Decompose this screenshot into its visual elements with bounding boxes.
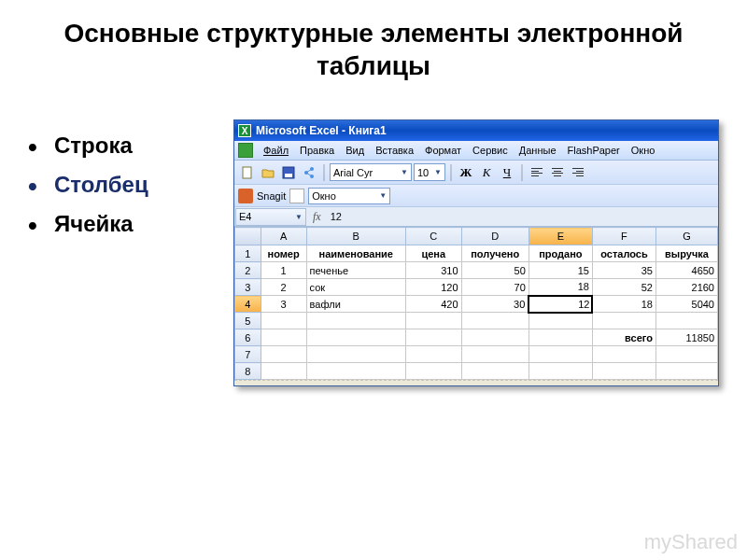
cell[interactable]: 15: [529, 262, 592, 279]
col-header-D[interactable]: D: [461, 228, 529, 245]
row-header-7[interactable]: 7: [235, 346, 261, 363]
open-icon[interactable]: [259, 163, 277, 182]
cell[interactable]: вафли: [306, 296, 405, 313]
align-left-button[interactable]: [528, 163, 546, 182]
cell[interactable]: [405, 363, 461, 380]
col-header-G[interactable]: G: [656, 228, 718, 245]
cell[interactable]: 310: [405, 262, 461, 279]
font-name-dropdown[interactable]: Arial Cyr▼: [330, 163, 412, 181]
select-all-corner[interactable]: [235, 228, 261, 245]
row-header-3[interactable]: 3: [235, 279, 261, 296]
cell[interactable]: 35: [592, 262, 655, 279]
cell[interactable]: 2: [261, 279, 306, 296]
menu-flashpaper[interactable]: FlashPaper: [563, 143, 625, 158]
spreadsheet-grid[interactable]: A B C D E F G 1 номер наименование цена …: [234, 227, 718, 380]
cell[interactable]: 120: [405, 279, 461, 296]
cell[interactable]: 1: [261, 262, 306, 279]
bold-button[interactable]: Ж: [457, 163, 475, 182]
cell[interactable]: [592, 346, 655, 363]
cell[interactable]: всего: [592, 329, 655, 346]
cell[interactable]: [405, 313, 461, 329]
cell[interactable]: выручка: [656, 245, 718, 262]
cell[interactable]: [461, 313, 529, 329]
cell[interactable]: 18: [529, 279, 592, 296]
cell[interactable]: [592, 313, 655, 329]
col-header-E[interactable]: E: [529, 228, 592, 245]
share-icon[interactable]: [300, 163, 318, 182]
cell[interactable]: 18: [592, 296, 655, 313]
menu-insert[interactable]: Вставка: [371, 143, 418, 158]
col-header-C[interactable]: C: [405, 228, 461, 245]
menu-data[interactable]: Данные: [514, 143, 561, 158]
row-header-1[interactable]: 1: [235, 245, 261, 262]
cell[interactable]: 2160: [656, 279, 718, 296]
cell[interactable]: продано: [529, 245, 592, 262]
cell[interactable]: сок: [306, 279, 405, 296]
new-icon[interactable]: [238, 163, 257, 182]
menu-tools[interactable]: Сервис: [468, 143, 513, 158]
cell[interactable]: [405, 346, 461, 363]
cell[interactable]: [261, 346, 306, 363]
cell[interactable]: 70: [461, 279, 529, 296]
cell[interactable]: [529, 363, 592, 380]
cell[interactable]: цена: [405, 245, 461, 262]
cell[interactable]: [592, 363, 655, 380]
cell[interactable]: 420: [405, 296, 461, 313]
cell[interactable]: [306, 329, 405, 346]
cell[interactable]: номер: [261, 245, 306, 262]
cell[interactable]: [461, 346, 529, 363]
font-size-dropdown[interactable]: 10▼: [414, 163, 445, 181]
cell[interactable]: [261, 313, 306, 329]
cell[interactable]: 5040: [656, 296, 718, 313]
italic-button[interactable]: К: [477, 163, 496, 182]
cell[interactable]: 30: [461, 296, 529, 313]
name-box[interactable]: E4▼: [235, 208, 306, 226]
cell[interactable]: печенье: [306, 262, 405, 279]
menu-edit[interactable]: Правка: [295, 143, 339, 158]
cell[interactable]: [656, 363, 718, 380]
row-header-2[interactable]: 2: [235, 262, 261, 279]
cell[interactable]: [529, 329, 592, 346]
align-center-button[interactable]: [548, 163, 567, 182]
menu-file[interactable]: Файл: [259, 143, 293, 158]
row-header-5[interactable]: 5: [235, 313, 261, 329]
cell[interactable]: 3: [261, 296, 306, 313]
col-header-F[interactable]: F: [592, 228, 655, 245]
cell[interactable]: 4650: [656, 262, 718, 279]
cell[interactable]: [261, 329, 306, 346]
cell[interactable]: наименование: [306, 245, 405, 262]
titlebar[interactable]: X Microsoft Excel - Книга1: [234, 120, 718, 141]
menu-format[interactable]: Формат: [420, 143, 466, 158]
col-header-A[interactable]: A: [261, 228, 306, 245]
col-header-B[interactable]: B: [306, 228, 405, 245]
row-header-6[interactable]: 6: [235, 329, 261, 346]
cell[interactable]: [461, 329, 529, 346]
cell[interactable]: 11850: [656, 329, 718, 346]
active-cell[interactable]: 12: [529, 296, 592, 313]
cell[interactable]: [656, 313, 718, 329]
underline-button[interactable]: Ч: [498, 163, 516, 182]
snagit-capture-icon[interactable]: [289, 189, 304, 203]
cell[interactable]: осталось: [592, 245, 655, 262]
cell[interactable]: [261, 363, 306, 380]
row-header-8[interactable]: 8: [235, 363, 261, 380]
cell[interactable]: [306, 313, 405, 329]
cell[interactable]: 52: [592, 279, 655, 296]
fx-icon[interactable]: fx: [307, 210, 327, 224]
cell[interactable]: [529, 346, 592, 363]
cell[interactable]: [529, 313, 592, 329]
cell[interactable]: [306, 346, 405, 363]
menu-window[interactable]: Окно: [627, 143, 660, 158]
align-right-button[interactable]: [569, 163, 587, 182]
cell[interactable]: 50: [461, 262, 529, 279]
cell[interactable]: [461, 363, 529, 380]
formula-value[interactable]: 12: [327, 211, 342, 222]
cell[interactable]: [306, 363, 405, 380]
cell[interactable]: [656, 346, 718, 363]
row-header-4[interactable]: 4: [235, 296, 261, 313]
snagit-window-dropdown[interactable]: Окно▼: [308, 188, 390, 204]
save-icon[interactable]: [279, 163, 298, 182]
cell[interactable]: получено: [461, 245, 529, 262]
menu-view[interactable]: Вид: [341, 143, 369, 158]
cell[interactable]: [405, 329, 461, 346]
